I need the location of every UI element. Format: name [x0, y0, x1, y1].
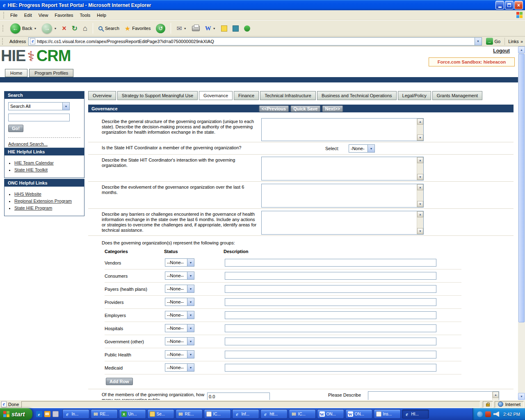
back-button[interactable]: ← Back ▼	[9, 23, 38, 34]
task-button-active[interactable]: eHI...	[402, 409, 429, 419]
description-input[interactable]	[225, 298, 436, 306]
barriers-textarea[interactable]: ▲ ▼	[261, 211, 424, 235]
description-input[interactable]	[225, 351, 436, 358]
ie-quicklaunch-icon[interactable]: e	[36, 411, 42, 417]
search-button[interactable]: Search	[97, 25, 121, 32]
task-button[interactable]: IC...	[204, 409, 231, 419]
scroll-up-icon[interactable]: ▲	[417, 157, 423, 163]
notes-button[interactable]	[220, 25, 228, 32]
print-button[interactable]	[191, 25, 201, 32]
security-shield-icon[interactable]	[485, 411, 491, 417]
nav-tab-program-profiles[interactable]: Program Profiles	[29, 69, 73, 77]
go-button[interactable]: → Go	[484, 37, 502, 45]
textarea-scrollbar[interactable]: ▲ ▼	[417, 157, 423, 180]
task-button[interactable]: ehtt...	[260, 409, 288, 419]
status-select[interactable]: --None--▼	[165, 363, 194, 372]
description-input[interactable]	[225, 272, 436, 280]
tab-business-technical-operations[interactable]: Business and Technical Operations	[317, 91, 397, 100]
favorites-button[interactable]: ★ Favorites	[123, 24, 152, 33]
status-select[interactable]: --None--▼	[165, 311, 194, 319]
maximize-button[interactable]	[505, 1, 514, 9]
description-input[interactable]	[225, 364, 436, 372]
close-button[interactable]: ×	[514, 1, 523, 9]
menu-tools[interactable]: Tools	[77, 11, 94, 19]
logout-link[interactable]: Logout	[493, 48, 510, 54]
history-button[interactable]: ↺	[155, 23, 167, 34]
menu-file[interactable]: File	[7, 11, 21, 19]
task-button[interactable]: ✉RE...	[176, 409, 203, 419]
scroll-down-icon[interactable]: ▼	[417, 228, 423, 234]
menu-help[interactable]: Help	[94, 11, 110, 19]
edit-with-word-button[interactable]: W ▼	[204, 24, 217, 33]
state-hie-toolkit-link[interactable]: State HIE Toolkit	[14, 167, 48, 172]
tab-legal-policy[interactable]: Legal/Policy	[398, 91, 431, 100]
scroll-up-button[interactable]: ▲	[518, 46, 525, 53]
regional-extension-program-link[interactable]: Regional Extension Program	[14, 199, 72, 203]
task-button[interactable]: eIn...	[62, 409, 89, 419]
search-scope-select[interactable]: Search All ▼	[8, 102, 70, 110]
forward-button[interactable]: → ▼	[41, 23, 58, 34]
tab-grants-management[interactable]: Grants Management	[432, 91, 482, 100]
mail-dropdown-icon[interactable]: ▼	[184, 27, 187, 30]
nav-tab-home[interactable]: Home	[5, 69, 27, 77]
back-dropdown-icon[interactable]: ▼	[34, 27, 37, 30]
coordinator-interaction-textarea[interactable]: ▲ ▼	[261, 157, 424, 180]
textarea-scrollbar[interactable]: ▲ ▼	[492, 392, 499, 400]
status-select[interactable]: --None--▼	[165, 272, 194, 280]
start-button[interactable]: start	[0, 408, 32, 420]
tab-finance[interactable]: Finance	[234, 91, 259, 100]
tab-governance[interactable]: Governance	[199, 91, 233, 100]
edit-dropdown-icon[interactable]: ▼	[213, 27, 216, 30]
task-button[interactable]: WON...	[345, 409, 372, 419]
mail-quicklaunch-icon[interactable]: ✉	[44, 411, 50, 417]
tab-technical-infrastructure[interactable]: Technical Infrastructure	[260, 91, 316, 100]
refresh-button[interactable]: ↻	[71, 23, 79, 34]
scroll-down-icon[interactable]: ▼	[417, 201, 423, 207]
please-describe-textarea[interactable]: ▲ ▼	[368, 391, 499, 400]
task-button[interactable]: Se...	[147, 409, 174, 419]
volume-icon[interactable]	[493, 411, 499, 417]
links-bar[interactable]: Links »	[504, 38, 523, 45]
hit-coordinator-member-select[interactable]: -None- ▼	[349, 144, 375, 153]
scroll-up-icon[interactable]: ▲	[417, 184, 423, 190]
next-button[interactable]: Next>>	[322, 105, 343, 112]
research-button[interactable]	[231, 25, 240, 32]
previous-button[interactable]: <<Previous	[259, 105, 289, 112]
status-select[interactable]: --None--▼	[165, 324, 194, 332]
textarea-scrollbar[interactable]: ▲ ▼	[417, 184, 423, 207]
quick-save-button[interactable]: Quick Save	[290, 105, 320, 112]
advanced-search-link[interactable]: Advanced Search...	[8, 142, 48, 146]
scroll-down-icon[interactable]: ▼	[417, 174, 423, 180]
task-button[interactable]: eInf...	[232, 409, 259, 419]
state-hie-program-link[interactable]: State HIE Program	[14, 205, 52, 210]
members-count-input[interactable]	[207, 393, 270, 400]
minimize-button[interactable]	[495, 1, 504, 9]
description-input[interactable]	[225, 324, 436, 332]
description-input[interactable]	[225, 311, 436, 319]
forward-dropdown-icon[interactable]: ▼	[54, 27, 57, 30]
description-input[interactable]	[225, 338, 436, 345]
menu-favorites[interactable]: Favorites	[51, 11, 76, 19]
network-tray-icon[interactable]	[477, 411, 483, 417]
scroll-up-icon[interactable]: ▲	[417, 211, 423, 217]
description-input[interactable]	[225, 285, 436, 293]
search-input[interactable]	[8, 114, 70, 121]
address-input[interactable]: e https://c.cs1.visual.force.com/apex/Pr…	[28, 37, 482, 46]
task-button[interactable]: ✉RE...	[91, 409, 118, 419]
menu-view[interactable]: View	[35, 11, 52, 19]
mail-button[interactable]: ✉ ▼	[175, 24, 187, 33]
general-structure-textarea[interactable]: ▲ ▼	[261, 118, 424, 141]
task-button[interactable]: ✉IC...	[289, 409, 316, 419]
tab-overview[interactable]: Overview	[88, 91, 116, 100]
scroll-up-icon[interactable]: ▲	[493, 392, 499, 398]
hhs-website-link[interactable]: HHS Website	[14, 192, 41, 196]
status-select[interactable]: --None--▼	[165, 298, 194, 306]
evolvement-textarea[interactable]: ▲ ▼	[261, 184, 424, 208]
menu-edit[interactable]: Edit	[21, 11, 35, 19]
hie-team-calendar-link[interactable]: HIE Team Calendar	[14, 160, 54, 165]
description-input[interactable]	[225, 259, 436, 267]
add-row-button[interactable]: Add Row	[106, 378, 133, 385]
status-select[interactable]: --None--▼	[165, 258, 194, 267]
scroll-up-icon[interactable]: ▲	[417, 119, 423, 125]
task-button[interactable]: Ins...	[374, 409, 401, 419]
